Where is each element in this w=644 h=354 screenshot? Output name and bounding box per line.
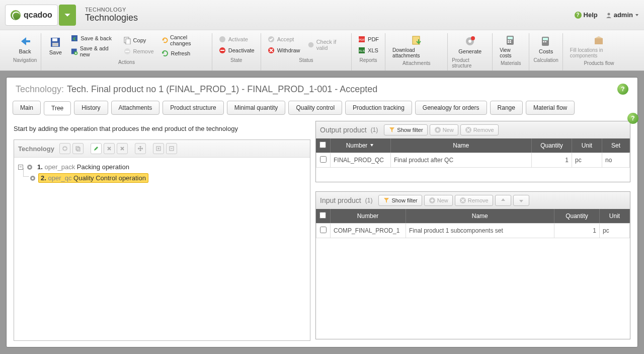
download-attachments-button[interactable]: Download attachments [389, 33, 443, 59]
tree-expand-button[interactable] [153, 143, 164, 154]
view-costs-button[interactable]: View costs [497, 33, 525, 59]
tab-tree[interactable]: Tree [44, 101, 71, 115]
column-header[interactable]: Quantity [532, 138, 572, 153]
column-header[interactable]: Name [390, 138, 532, 153]
output-show-filter-button[interactable]: Show filter [384, 124, 427, 135]
panel-help-button[interactable]: ? [617, 84, 628, 95]
activate-icon [218, 35, 226, 43]
remove-icon [465, 126, 472, 133]
generate-button[interactable]: Generate [455, 34, 485, 55]
ribbon-group-label: Materials [501, 60, 521, 66]
select-all-checkbox[interactable] [319, 212, 326, 219]
ribbon-group-label: Calculation [533, 57, 558, 63]
user-menu[interactable]: admin [606, 11, 639, 19]
tree-x2-button[interactable] [117, 143, 128, 154]
breadcrumb: TECHNOLOGY Technologies [85, 7, 138, 23]
fill-locations-button[interactable]: Fill locations in components [567, 33, 631, 59]
tab-range[interactable]: Range [490, 101, 523, 115]
column-header[interactable]: Quantity [554, 209, 600, 223]
calculator-icon [504, 34, 518, 46]
xls-button[interactable]: XLSXLS [356, 45, 381, 55]
table-row[interactable]: FINAL_PROD_QCFinal product after QC1pcno [316, 153, 630, 168]
svg-rect-8 [126, 39, 130, 44]
output-grid-count: (1) [371, 126, 378, 133]
select-all-checkbox[interactable] [319, 141, 326, 148]
svg-point-42 [29, 166, 31, 168]
withdraw-button[interactable]: Withdraw [265, 45, 302, 55]
tab-product-structure[interactable]: Product structure [163, 101, 223, 115]
back-button[interactable]: Back [15, 34, 35, 55]
cell-qty: 1 [532, 153, 572, 168]
tab-material-flow[interactable]: Material flow [526, 101, 575, 115]
svg-rect-3 [52, 43, 58, 46]
svg-rect-30 [510, 42, 511, 43]
svg-rect-35 [595, 38, 603, 44]
filter-icon [388, 126, 395, 133]
row-checkbox[interactable] [320, 227, 327, 233]
svg-text:XLS: XLS [359, 49, 364, 52]
tree-new-button[interactable] [59, 143, 70, 154]
box-icon [592, 34, 606, 46]
tree-node[interactable]: 2. oper_qc Quality Control operation [29, 172, 306, 184]
input-remove-button: Remove [455, 195, 493, 206]
column-header[interactable]: Unit [600, 209, 630, 223]
input-show-filter-button[interactable]: Show filter [378, 195, 422, 206]
row-checkbox[interactable] [320, 156, 327, 163]
tab-quality-control[interactable]: Quality control [288, 101, 342, 115]
tab-attachments[interactable]: Attachments [111, 101, 160, 115]
tree-move-button[interactable] [135, 143, 146, 154]
tab-genealogy-for-orders[interactable]: Genealogy for orders [415, 101, 487, 115]
logo-icon [11, 10, 21, 20]
tree-collapse-toggle[interactable]: − [18, 165, 23, 170]
refresh-button[interactable]: Refresh [159, 48, 208, 58]
remove-icon [459, 197, 466, 204]
svg-rect-32 [543, 38, 548, 40]
tree-edit-button[interactable] [91, 143, 102, 154]
help-link[interactable]: ? Help [575, 11, 598, 19]
costs-button[interactable]: Costs [536, 34, 556, 55]
cancel-changes-button[interactable]: Cancel changes [159, 33, 208, 47]
save-add-new-button[interactable]: Save & add new [68, 44, 118, 58]
cell-unit: pc [572, 153, 602, 168]
svg-rect-38 [77, 148, 80, 151]
ribbon-group-label: Attachments [403, 60, 431, 66]
column-header[interactable]: Unit [572, 138, 602, 153]
tree-copy-button[interactable] [72, 143, 84, 154]
pdf-button[interactable]: PDFPDF [356, 34, 381, 44]
tree-node[interactable]: −1. oper_pack Packing operation [18, 162, 306, 172]
ribbon-group-label: State [230, 57, 242, 63]
column-header[interactable]: Number [330, 138, 390, 153]
svg-point-16 [308, 42, 313, 48]
table-row[interactable]: COMP_FINAL_PROD_1Final product 1 subcomp… [316, 224, 630, 238]
tree-x1-button[interactable] [104, 143, 115, 154]
svg-rect-27 [508, 40, 509, 41]
body-help-button[interactable]: ? [627, 113, 638, 124]
logo[interactable]: qcadoo [5, 5, 58, 26]
undo-icon [161, 36, 168, 44]
column-header[interactable] [316, 138, 330, 153]
ribbon-group-label: Products flow [584, 60, 614, 66]
column-header[interactable]: Name [406, 209, 554, 223]
tab-production-tracking[interactable]: Production tracking [345, 101, 412, 115]
tree-collapse-button[interactable] [166, 143, 177, 154]
tab-minimal-quantity[interactable]: Minimal quantity [227, 101, 286, 115]
plus-icon [62, 146, 68, 152]
ribbon-group-label: Product structure [452, 57, 488, 68]
menu-toggle[interactable] [59, 5, 76, 26]
column-header[interactable]: Set [602, 138, 630, 153]
tab-history[interactable]: History [74, 101, 108, 115]
input-move-down-button [513, 195, 529, 206]
ribbon-group-label: Reports [360, 57, 377, 63]
cell-set: no [602, 153, 630, 168]
column-header[interactable]: Number [330, 209, 406, 223]
plus-icon [429, 197, 436, 204]
breadcrumb-module: TECHNOLOGY [85, 7, 138, 13]
tab-main[interactable]: Main [13, 101, 41, 115]
save-back-button[interactable]: Save & back [68, 33, 118, 43]
column-header[interactable] [316, 209, 330, 223]
input-move-up-button [495, 195, 511, 206]
deactivate-button[interactable]: Deactivate [216, 45, 257, 55]
save-button[interactable]: Save [45, 35, 65, 56]
copy-button[interactable]: Copy [121, 35, 156, 45]
output-new-button: New [430, 124, 458, 135]
